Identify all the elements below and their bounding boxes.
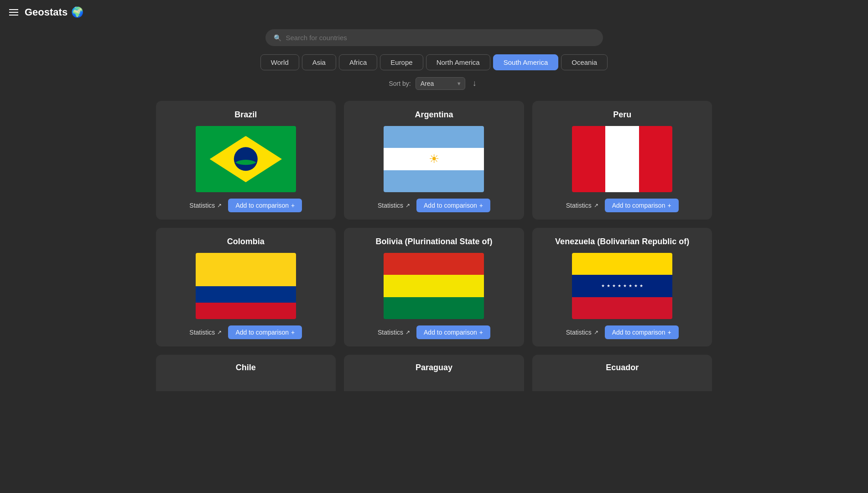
add-comparison-button-peru[interactable]: Add to comparison +: [605, 199, 679, 212]
sort-direction-button[interactable]: ↓: [470, 77, 479, 90]
sort-select[interactable]: AreaPopulationNameGDPDensity: [416, 77, 465, 90]
trend-icon: ↗: [594, 202, 598, 209]
flag-brazil: [196, 126, 296, 192]
plus-icon: +: [479, 202, 483, 209]
trend-icon: ↗: [217, 202, 222, 209]
statistics-button-colombia[interactable]: Statistics ↗: [189, 329, 222, 336]
star-icon: ★: [639, 283, 643, 288]
card-actions: Statistics ↗Add to comparison +: [353, 199, 515, 212]
country-name: Argentina: [415, 110, 453, 120]
tab-europe[interactable]: Europe: [380, 54, 423, 70]
card-actions: Statistics ↗Add to comparison +: [353, 325, 515, 339]
hamburger-menu[interactable]: [9, 9, 18, 16]
statistics-button-venezuela[interactable]: Statistics ↗: [566, 329, 598, 336]
card-actions: Statistics ↗Add to comparison +: [165, 325, 327, 339]
country-card-peru: Peru Statistics ↗Add to comparison +: [532, 101, 712, 220]
flag-bolivia: [384, 253, 484, 319]
add-comparison-button-venezuela[interactable]: Add to comparison +: [605, 325, 679, 339]
statistics-button-bolivia[interactable]: Statistics ↗: [378, 329, 410, 336]
tab-asia[interactable]: Asia: [302, 54, 336, 70]
add-comparison-button-colombia[interactable]: Add to comparison +: [228, 325, 302, 339]
add-comparison-button-brazil[interactable]: Add to comparison +: [228, 199, 302, 212]
tab-north-america[interactable]: North America: [426, 54, 490, 70]
flag-colombia: [196, 253, 296, 319]
region-tabs: WorldAsiaAfricaEuropeNorth AmericaSouth …: [0, 46, 868, 70]
country-card-partial-ecuador: Ecuador: [532, 355, 712, 391]
app-title: Geostats: [25, 6, 68, 18]
country-name: Colombia: [227, 237, 265, 246]
trend-icon: ↗: [405, 329, 410, 336]
add-comparison-button-bolivia[interactable]: Add to comparison +: [416, 325, 490, 339]
search-bar: 🔍: [265, 29, 603, 46]
plus-icon: +: [479, 329, 483, 336]
star-icon: ★: [623, 283, 627, 288]
statistics-button-brazil[interactable]: Statistics ↗: [189, 202, 222, 209]
star-icon: ★: [607, 283, 610, 288]
add-comparison-button-argentina[interactable]: Add to comparison +: [416, 199, 490, 212]
flag-venezuela: ★★★★★★★★: [572, 253, 672, 319]
country-name: Brazil: [234, 110, 257, 120]
sort-select-wrap: AreaPopulationNameGDPDensity: [416, 77, 465, 90]
card-actions: Statistics ↗Add to comparison +: [541, 325, 703, 339]
country-card-brazil: Brazil Statistics ↗Add to comparison +: [156, 101, 336, 220]
statistics-button-peru[interactable]: Statistics ↗: [566, 202, 598, 209]
plus-icon: +: [667, 329, 671, 336]
tab-world[interactable]: World: [260, 54, 299, 70]
flag-peru: [572, 126, 672, 192]
country-name: Peru: [613, 110, 631, 120]
globe-icon: 🌍: [71, 6, 83, 18]
sort-label: Sort by:: [389, 80, 411, 87]
card-actions: Statistics ↗Add to comparison +: [541, 199, 703, 212]
tab-south-america[interactable]: South America: [493, 54, 559, 70]
tab-oceania[interactable]: Oceania: [561, 54, 608, 70]
country-name: Chile: [236, 363, 256, 372]
country-name: Bolivia (Plurinational State of): [375, 237, 492, 246]
trend-icon: ↗: [217, 329, 222, 336]
statistics-button-argentina[interactable]: Statistics ↗: [378, 202, 410, 209]
country-card-argentina: Argentina ☀ Statistics ↗Add to compariso…: [344, 101, 524, 220]
country-name: Venezuela (Bolivarian Republic of): [555, 237, 689, 246]
plus-icon: +: [667, 202, 671, 209]
partial-countries-grid: ChileParaguayEcuador: [147, 355, 722, 391]
country-card-colombia: Colombia Statistics ↗Add to comparison +: [156, 228, 336, 346]
star-icon: ★: [634, 283, 638, 288]
country-card-bolivia: Bolivia (Plurinational State of) Statist…: [344, 228, 524, 346]
flag-argentina: ☀: [384, 126, 484, 192]
search-input[interactable]: [286, 34, 595, 42]
sort-section: Sort by: AreaPopulationNameGDPDensity ↓: [0, 70, 868, 90]
star-icon: ★: [618, 283, 621, 288]
country-name: Ecuador: [606, 363, 639, 372]
country-card-partial-paraguay: Paraguay: [344, 355, 524, 391]
plus-icon: +: [291, 202, 295, 209]
country-card-partial-chile: Chile: [156, 355, 336, 391]
star-icon: ★: [601, 283, 605, 288]
trend-icon: ↗: [405, 202, 410, 209]
tab-africa[interactable]: Africa: [339, 54, 377, 70]
plus-icon: +: [291, 329, 295, 336]
card-actions: Statistics ↗Add to comparison +: [165, 199, 327, 212]
star-icon: ★: [629, 283, 632, 288]
search-icon: 🔍: [274, 34, 281, 42]
country-name: Paraguay: [416, 363, 452, 372]
country-card-venezuela: Venezuela (Bolivarian Republic of) ★★★★★…: [532, 228, 712, 346]
countries-grid: Brazil Statistics ↗Add to comparison +Ar…: [147, 101, 722, 346]
star-icon: ★: [612, 283, 616, 288]
trend-icon: ↗: [594, 329, 598, 336]
